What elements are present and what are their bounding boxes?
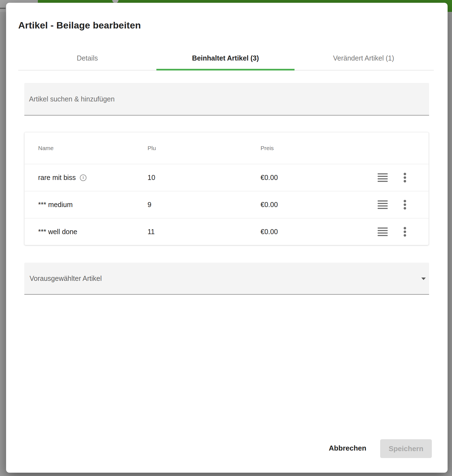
- tab-label: Beinhaltet Artikel (3): [192, 54, 259, 62]
- article-price: €0.00: [261, 228, 278, 236]
- edit-article-dialog: Artikel - Beilage bearbeiten Details Bei…: [6, 3, 448, 473]
- table-row[interactable]: *** well done 11 €0.00: [25, 218, 429, 245]
- tab-bar: Details Beinhaltet Artikel (3) Verändert…: [18, 46, 434, 70]
- drag-handle-icon[interactable]: [378, 200, 388, 209]
- article-price: €0.00: [261, 174, 278, 182]
- article-name: *** medium: [38, 201, 73, 209]
- article-search-input[interactable]: [24, 83, 429, 116]
- dialog-title: Artikel - Beilage bearbeiten: [18, 20, 141, 31]
- screen: Artikel - Beilage bearbeiten Details Bei…: [0, 0, 452, 476]
- article-name: rare mit biss: [38, 174, 76, 182]
- articles-table: Name Plu Preis rare mit biss 10 €0.00 **…: [24, 132, 429, 245]
- preselected-article-label: Vorausgewählter Artikel: [30, 263, 102, 294]
- background-page-edge: [0, 8, 6, 9]
- article-price: €0.00: [261, 201, 278, 209]
- tab-contained-articles[interactable]: Beinhaltet Artikel (3): [156, 46, 295, 70]
- chevron-down-icon: [421, 278, 426, 280]
- tab-details[interactable]: Details: [18, 46, 156, 70]
- row-menu-icon[interactable]: [404, 200, 406, 210]
- column-header-preis: Preis: [261, 145, 274, 151]
- row-menu-icon[interactable]: [404, 173, 406, 182]
- column-header-name: Name: [38, 145, 54, 151]
- tab-label: Details: [77, 54, 98, 62]
- article-plu: 9: [148, 201, 151, 209]
- column-header-plu: Plu: [148, 145, 156, 151]
- active-tab-indicator: [156, 69, 295, 70]
- article-name: *** well done: [38, 228, 77, 236]
- drag-handle-icon[interactable]: [378, 173, 388, 182]
- preselected-article-select[interactable]: Vorausgewählter Artikel: [24, 263, 429, 295]
- table-row[interactable]: rare mit biss 10 €0.00: [25, 164, 429, 191]
- cancel-button[interactable]: Abbrechen: [325, 439, 370, 457]
- article-plu: 10: [148, 174, 155, 182]
- table-header-row: Name Plu Preis: [25, 132, 429, 164]
- row-menu-icon[interactable]: [404, 227, 406, 237]
- info-icon[interactable]: [80, 174, 86, 181]
- article-plu: 11: [148, 228, 155, 236]
- table-row[interactable]: *** medium 9 €0.00: [25, 191, 429, 218]
- tab-label: Verändert Artikel (1): [333, 54, 394, 62]
- drag-handle-icon[interactable]: [378, 227, 388, 236]
- tab-modified-articles[interactable]: Verändert Artikel (1): [295, 46, 433, 70]
- save-button[interactable]: Speichern: [380, 439, 432, 458]
